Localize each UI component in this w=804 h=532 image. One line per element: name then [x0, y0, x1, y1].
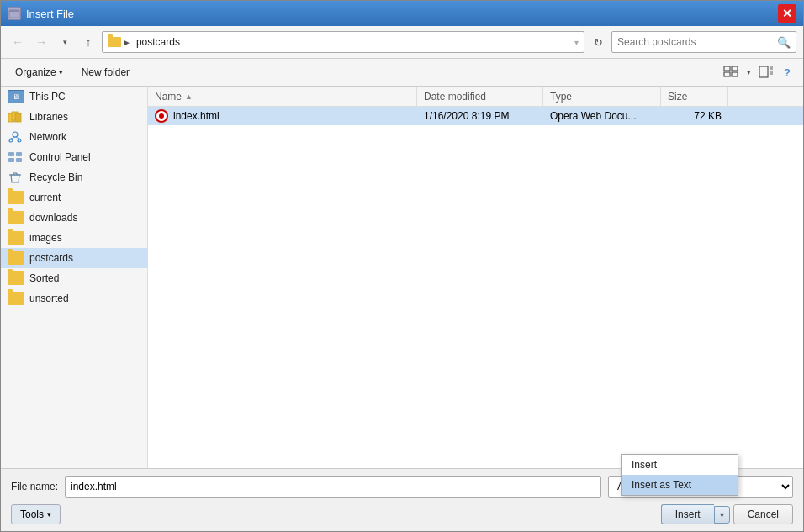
- col-type-label: Type: [550, 91, 572, 103]
- search-box[interactable]: 🔍: [611, 31, 796, 53]
- back-button[interactable]: ←: [8, 32, 28, 52]
- refresh-button[interactable]: ↻: [588, 32, 608, 52]
- control-panel-icon: [8, 150, 24, 164]
- svg-point-14: [18, 139, 21, 142]
- sidebar-label-this-pc: This PC: [29, 91, 66, 103]
- file-name-label: index.html: [173, 110, 220, 122]
- insert-file-dialog: Insert File ✕ ← → ▾ ↑ ► postcards ▾ ↻ 🔍 …: [0, 0, 804, 532]
- libraries-icon: [8, 110, 24, 124]
- sidebar-item-libraries[interactable]: Libraries: [1, 107, 147, 127]
- svg-point-13: [9, 139, 13, 142]
- col-header-size[interactable]: Size: [661, 87, 728, 106]
- actions-row: Tools ▾ Insert ▾ Cancel Insert Insert as…: [11, 504, 793, 524]
- folder-current-icon: [8, 191, 24, 204]
- sidebar-item-recycle-bin[interactable]: Recycle Bin: [1, 167, 147, 187]
- file-date-cell: 1/16/2020 8:19 PM: [417, 110, 543, 122]
- tools-button[interactable]: Tools ▾: [11, 504, 61, 524]
- svg-rect-7: [770, 66, 773, 70]
- network-icon: [8, 130, 24, 144]
- organize-label: Organize: [15, 66, 56, 78]
- title-bar-left: Insert File: [8, 7, 74, 20]
- insert-button-group: Insert ▾: [661, 504, 730, 524]
- view-mode-button[interactable]: [721, 62, 741, 82]
- insert-dropdown-button[interactable]: ▾: [714, 506, 730, 524]
- sidebar-item-network[interactable]: Network: [1, 127, 147, 147]
- insert-button[interactable]: Insert: [661, 504, 714, 524]
- help-button[interactable]: ?: [778, 63, 796, 82]
- address-current-folder: postcards: [136, 36, 180, 48]
- sidebar-item-postcards[interactable]: postcards: [1, 248, 147, 268]
- address-separator: ►: [123, 38, 131, 47]
- dialog-icon: [8, 7, 21, 20]
- col-header-date[interactable]: Date modified: [417, 87, 543, 106]
- preview-button[interactable]: [756, 62, 776, 82]
- svg-rect-20: [16, 158, 22, 162]
- filename-input[interactable]: [65, 476, 601, 498]
- sidebar: 🖥 This PC Libraries Network: [1, 87, 148, 468]
- svg-point-12: [13, 132, 18, 137]
- view-dropdown-button[interactable]: ▾: [743, 62, 754, 82]
- file-type-cell: Opera Web Docu...: [543, 110, 661, 122]
- sidebar-item-control-panel[interactable]: Control Panel: [1, 147, 147, 167]
- sidebar-label-images: images: [29, 232, 62, 244]
- folder-images-icon: [8, 231, 24, 245]
- close-button[interactable]: ✕: [778, 4, 796, 23]
- svg-rect-11: [15, 113, 21, 122]
- sidebar-item-this-pc[interactable]: 🖥 This PC: [1, 87, 147, 107]
- file-row-index-html[interactable]: index.html 1/16/2020 8:19 PM Opera Web D…: [148, 107, 803, 125]
- file-list-header: Name ▲ Date modified Type Size: [148, 87, 803, 107]
- svg-rect-1: [9, 10, 19, 12]
- file-size-cell: 72 KB: [661, 110, 728, 122]
- sidebar-item-current[interactable]: current: [1, 187, 147, 208]
- file-name-cell: index.html: [148, 109, 417, 123]
- dropdown-insert-item[interactable]: Insert: [622, 455, 738, 475]
- svg-rect-6: [759, 66, 768, 77]
- file-list-container: Name ▲ Date modified Type Size index.h: [148, 87, 803, 468]
- preview-icon: [759, 66, 774, 79]
- sidebar-label-downloads: downloads: [29, 212, 77, 224]
- search-input[interactable]: [617, 36, 777, 48]
- col-size-label: Size: [668, 91, 687, 103]
- sidebar-label-network: Network: [29, 131, 66, 143]
- svg-rect-2: [724, 66, 730, 71]
- title-bar: Insert File ✕: [1, 1, 803, 26]
- tools-label: Tools: [20, 508, 44, 520]
- sidebar-label-sorted: Sorted: [29, 272, 59, 284]
- svg-line-16: [15, 137, 19, 139]
- opera-icon: [155, 109, 168, 123]
- sidebar-label-libraries: Libraries: [29, 111, 68, 123]
- svg-line-15: [11, 137, 15, 139]
- sidebar-item-sorted[interactable]: Sorted: [1, 268, 147, 288]
- sidebar-label-current: current: [29, 192, 61, 203]
- col-header-name[interactable]: Name ▲: [148, 87, 417, 106]
- sidebar-item-downloads[interactable]: downloads: [1, 208, 147, 228]
- search-icon: 🔍: [777, 36, 791, 49]
- sidebar-item-unsorted[interactable]: unsorted: [1, 288, 147, 308]
- dropdown-insert-as-text-item[interactable]: Insert as Text: [622, 475, 738, 495]
- sidebar-label-postcards: postcards: [29, 252, 73, 264]
- address-folder-icon: [108, 37, 121, 47]
- dropdown-recent-button[interactable]: ▾: [55, 32, 75, 52]
- cancel-button[interactable]: Cancel: [733, 504, 793, 524]
- svg-rect-19: [8, 158, 14, 162]
- sidebar-label-recycle-bin: Recycle Bin: [29, 171, 82, 183]
- view-buttons: ▾ ?: [721, 62, 796, 82]
- svg-rect-4: [724, 72, 730, 76]
- col-date-label: Date modified: [424, 91, 486, 103]
- up-button[interactable]: ↑: [78, 32, 98, 52]
- col-header-type[interactable]: Type: [543, 87, 661, 106]
- recycle-bin-icon: [8, 171, 24, 184]
- organize-button[interactable]: Organize ▾: [8, 63, 71, 82]
- forward-button[interactable]: →: [31, 32, 51, 52]
- view-icon: [723, 66, 738, 79]
- pc-icon: 🖥: [8, 90, 24, 103]
- new-folder-button[interactable]: New folder: [74, 63, 137, 82]
- svg-rect-18: [16, 152, 22, 156]
- address-dropdown-arrow: ▾: [574, 38, 579, 47]
- address-path[interactable]: ► postcards ▾: [102, 31, 584, 53]
- sidebar-scroll: 🖥 This PC Libraries Network: [1, 87, 147, 468]
- sidebar-item-images[interactable]: images: [1, 228, 147, 248]
- svg-rect-5: [732, 72, 738, 76]
- file-list: index.html 1/16/2020 8:19 PM Opera Web D…: [148, 107, 803, 468]
- new-folder-label: New folder: [82, 66, 130, 78]
